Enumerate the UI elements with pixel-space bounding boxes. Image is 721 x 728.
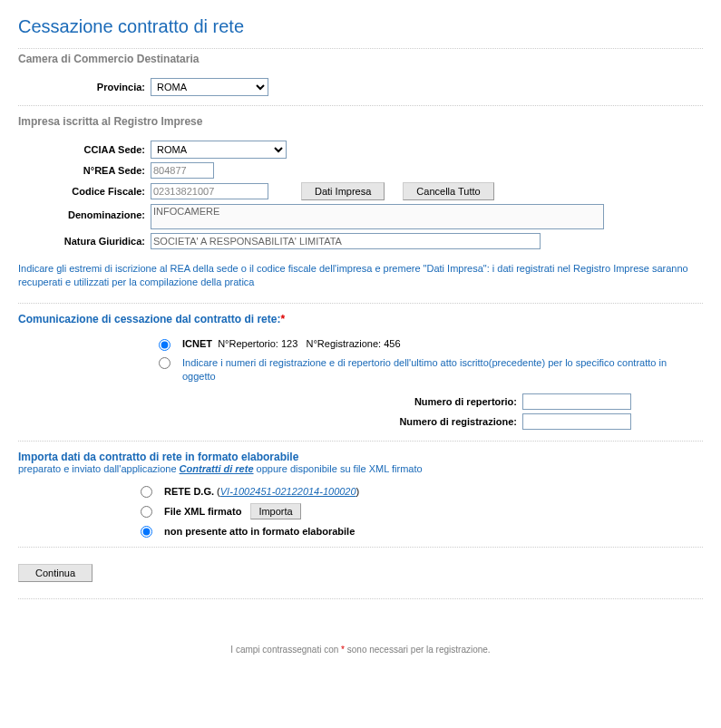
importa-file-link[interactable]: VI-1002451-02122014-100020 bbox=[220, 486, 356, 497]
importa-button[interactable]: Importa bbox=[250, 503, 300, 519]
cess-radio-icnet[interactable] bbox=[159, 339, 171, 351]
required-asterisk: * bbox=[280, 313, 285, 325]
provincia-select[interactable]: ROMA bbox=[151, 78, 268, 96]
num-registrazione-label: Numero di registrazione: bbox=[154, 416, 522, 427]
page-title: Cessazione contratto di rete bbox=[18, 16, 703, 37]
natura-label: Natura Giuridica: bbox=[18, 236, 151, 247]
cancella-tutto-button[interactable]: Cancella Tutto bbox=[403, 182, 493, 200]
importa-radio-xml[interactable] bbox=[141, 506, 152, 518]
continua-button[interactable]: Continua bbox=[18, 564, 93, 582]
provincia-label: Provincia: bbox=[18, 82, 151, 92]
importa-xml-label: File XML firmato bbox=[164, 506, 241, 517]
cess-icnet-label: ICNET N°Repertorio: 123 N°Registrazione:… bbox=[182, 338, 401, 349]
separator bbox=[18, 547, 703, 548]
section-camera: Camera di Commercio Destinataria bbox=[18, 48, 703, 65]
separator bbox=[18, 105, 703, 106]
dati-impresa-button[interactable]: Dati Impresa bbox=[301, 182, 385, 200]
importa-none-label: non presente atto in formato elaborabile bbox=[164, 526, 355, 537]
footer-note: I campi contrassegnati con * sono necess… bbox=[18, 645, 703, 655]
section-impresa: Impresa iscritta al Registro Imprese bbox=[18, 115, 703, 128]
importa-rete-label: RETE D.G. (VI-1002451-02122014-100020) bbox=[164, 486, 359, 497]
importa-subtitle: preparato e inviato dall'applicazione Co… bbox=[18, 463, 703, 474]
cf-input[interactable] bbox=[151, 183, 268, 199]
contratti-di-rete-link[interactable]: Contratti di rete bbox=[180, 463, 254, 474]
num-registrazione-input[interactable] bbox=[522, 413, 631, 430]
cciaa-label: CCIAA Sede: bbox=[18, 144, 151, 155]
cessazione-title: Comunicazione di cessazione dal contratt… bbox=[18, 313, 703, 325]
importa-title: Importa dati da contratto di rete in for… bbox=[18, 451, 703, 463]
importa-radio-rete[interactable] bbox=[141, 486, 152, 498]
cess-manual-label: Indicare i numeri di registrazione e di … bbox=[182, 356, 672, 384]
separator bbox=[18, 441, 703, 442]
num-repertorio-label: Numero di repertorio: bbox=[154, 396, 522, 407]
denom-textarea[interactable]: INFOCAMERE bbox=[151, 204, 604, 229]
denom-label: Denominazione: bbox=[18, 204, 151, 220]
cf-label: Codice Fiscale: bbox=[18, 186, 151, 197]
natura-input[interactable] bbox=[151, 233, 541, 249]
separator bbox=[18, 598, 703, 599]
nrea-input[interactable] bbox=[151, 162, 214, 179]
impresa-info-text: Indicare gli estremi di iscrizione al RE… bbox=[18, 262, 703, 290]
num-repertorio-input[interactable] bbox=[522, 393, 631, 410]
importa-radio-none[interactable] bbox=[141, 526, 152, 538]
cess-radio-manual[interactable] bbox=[159, 357, 171, 369]
cciaa-select[interactable]: ROMA bbox=[151, 141, 287, 159]
separator bbox=[18, 303, 703, 304]
nrea-label: N°REA Sede: bbox=[18, 165, 151, 176]
